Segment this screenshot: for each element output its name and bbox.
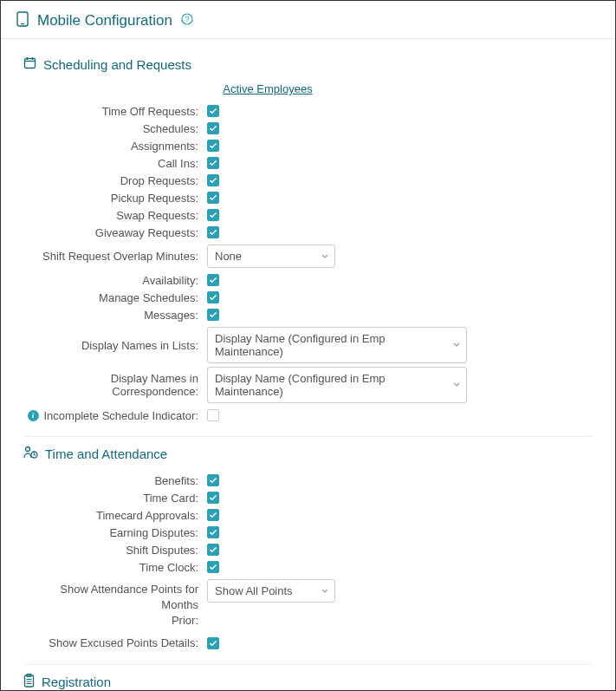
checkbox-schedules[interactable] [207, 122, 219, 134]
checkbox-giveaway-requests[interactable] [207, 226, 219, 238]
label-time-clock: Time Clock: [23, 561, 207, 574]
label-names-correspondence: Display Names in Correspondence: [23, 372, 207, 398]
label-attendance-points: Show Attendance Points for MonthsPrior: [23, 579, 207, 629]
person-clock-icon [23, 446, 38, 461]
svg-rect-4 [25, 59, 36, 68]
chevron-down-icon [321, 584, 329, 597]
checkbox-excused-points[interactable] [207, 637, 219, 649]
checkbox-incomplete-schedule[interactable] [207, 409, 219, 421]
select-overlap-value: None [215, 250, 242, 263]
divider [23, 664, 593, 665]
label-manage-schedules: Manage Schedules: [23, 291, 207, 304]
checkbox-time-off[interactable] [207, 105, 219, 117]
label-benefits: Benefits: [23, 474, 207, 487]
checkbox-assignments[interactable] [207, 140, 219, 152]
active-employees-link[interactable]: Active Employees [223, 82, 312, 95]
label-assignments: Assignments: [23, 140, 207, 153]
checkbox-manage-schedules[interactable] [207, 291, 219, 303]
label-giveaway-requests: Giveaway Requests: [23, 226, 207, 239]
column-header: Active Employees [207, 82, 328, 95]
label-shift-disputes: Shift Disputes: [23, 544, 207, 557]
divider [23, 436, 593, 437]
mobile-icon [16, 11, 29, 29]
checkbox-messages[interactable] [207, 309, 219, 321]
info-icon[interactable]: i [28, 410, 39, 421]
select-attendance-points[interactable]: Show All Points [207, 579, 335, 603]
checkbox-availability[interactable] [207, 274, 219, 286]
svg-point-8 [26, 447, 30, 452]
select-names-lists[interactable]: Display Name (Configured in Emp Maintena… [207, 327, 467, 363]
label-pickup-requests: Pickup Requests: [23, 192, 207, 205]
label-time-off: Time Off Requests: [23, 105, 207, 118]
checkbox-swap-requests[interactable] [207, 209, 219, 221]
help-icon[interactable]: ? [181, 13, 193, 28]
label-timecard-approvals: Timecard Approvals: [23, 509, 207, 522]
select-names-lists-value: Display Name (Configured in Emp Maintena… [215, 332, 445, 358]
select-names-correspondence[interactable]: Display Name (Configured in Emp Maintena… [207, 367, 467, 403]
checkbox-time-clock[interactable] [207, 561, 219, 573]
chevron-down-icon [452, 339, 461, 352]
checkbox-call-ins[interactable] [207, 157, 219, 169]
page-title: Mobile Configuration [37, 12, 172, 29]
checkbox-time-card[interactable] [207, 492, 219, 504]
label-availability: Availability: [23, 274, 207, 287]
select-attendance-points-value: Show All Points [215, 584, 293, 597]
label-call-ins: Call Ins: [23, 157, 207, 170]
checkbox-benefits[interactable] [207, 474, 219, 486]
label-names-lists: Display Names in Lists: [23, 339, 207, 352]
label-overlap-minutes: Shift Request Overlap Minutes: [23, 250, 207, 263]
section-title-scheduling: Scheduling and Requests [43, 57, 191, 72]
label-schedules: Schedules: [23, 122, 207, 135]
checkbox-earning-disputes[interactable] [207, 526, 219, 538]
checkbox-shift-disputes[interactable] [207, 544, 219, 556]
chevron-down-icon [452, 379, 461, 392]
label-earning-disputes: Earning Disputes: [23, 526, 207, 539]
section-title-time-attendance: Time and Attendance [45, 447, 167, 461]
svg-text:?: ? [185, 15, 189, 23]
checkbox-pickup-requests[interactable] [207, 192, 219, 204]
label-messages: Messages: [23, 309, 207, 322]
svg-rect-1 [21, 23, 24, 24]
label-drop-requests: Drop Requests: [23, 174, 207, 187]
chevron-down-icon [321, 250, 329, 263]
checkbox-timecard-approvals[interactable] [207, 509, 219, 521]
calendar-icon [23, 56, 36, 72]
section-title-registration: Registration [42, 675, 111, 689]
section-scheduling: Scheduling and Requests Active Employees… [23, 56, 593, 424]
select-names-correspondence-value: Display Name (Configured in Emp Maintena… [215, 372, 445, 398]
section-registration: Registration Username: Email Invitation … [23, 674, 593, 691]
checkbox-drop-requests[interactable] [207, 174, 219, 186]
select-overlap-minutes[interactable]: None [207, 244, 335, 268]
page-header: Mobile Configuration ? [1, 1, 615, 39]
section-time-attendance: Time and Attendance Benefits: Time Card:… [23, 446, 593, 652]
label-time-card: Time Card: [23, 492, 207, 505]
clipboard-icon [23, 674, 35, 690]
label-incomplete-schedule: i Incomplete Schedule Indicator: [23, 409, 207, 422]
label-swap-requests: Swap Requests: [23, 209, 207, 222]
label-excused-points: Show Excused Points Details: [23, 636, 207, 649]
